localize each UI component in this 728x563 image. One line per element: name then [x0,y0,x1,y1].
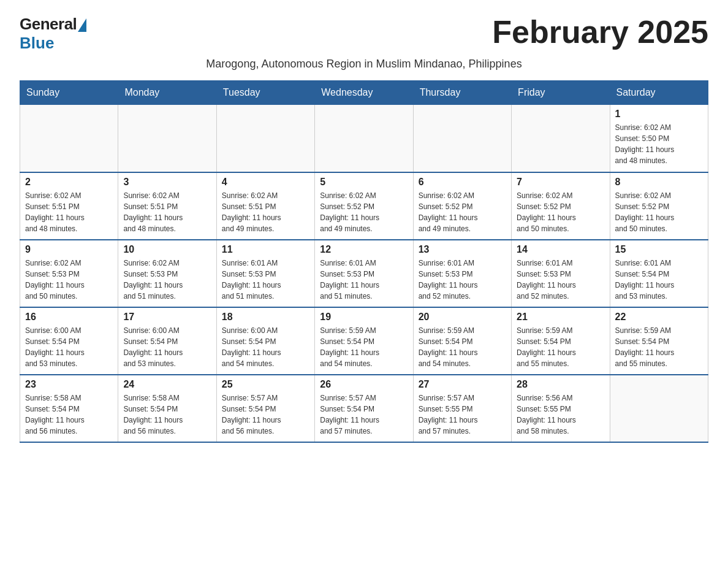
day-info: Sunrise: 6:02 AM Sunset: 5:53 PM Dayligh… [25,258,113,302]
day-number: 18 [222,312,309,323]
calendar-cell-w1-d5 [413,105,511,172]
calendar-cell-w5-d3: 25Sunrise: 5:57 AM Sunset: 5:54 PM Dayli… [216,375,314,442]
calendar-cell-w1-d7: 1Sunrise: 6:02 AM Sunset: 5:50 PM Daylig… [610,105,708,172]
day-info: Sunrise: 6:01 AM Sunset: 5:53 PM Dayligh… [419,258,506,302]
calendar-cell-w5-d4: 26Sunrise: 5:57 AM Sunset: 5:54 PM Dayli… [315,375,413,442]
day-info: Sunrise: 6:02 AM Sunset: 5:51 PM Dayligh… [25,190,113,234]
header-monday: Monday [118,81,216,105]
day-info: Sunrise: 6:02 AM Sunset: 5:53 PM Dayligh… [123,258,211,302]
day-number: 10 [123,244,211,255]
calendar-cell-w3-d3: 11Sunrise: 6:01 AM Sunset: 5:53 PM Dayli… [216,240,314,307]
page-title: February 2025 [492,15,708,50]
calendar-header: SundayMondayTuesdayWednesdayThursdayFrid… [20,81,708,105]
day-number: 2 [25,177,113,188]
day-info: Sunrise: 5:56 AM Sunset: 5:55 PM Dayligh… [517,393,604,437]
calendar-cell-w3-d4: 12Sunrise: 6:01 AM Sunset: 5:53 PM Dayli… [315,240,413,307]
logo-blue-text: Blue [20,34,54,53]
logo-triangle-icon [78,18,86,32]
header-friday: Friday [512,81,610,105]
calendar-body: 1Sunrise: 6:02 AM Sunset: 5:50 PM Daylig… [20,105,708,442]
day-number: 9 [25,244,113,255]
day-info: Sunrise: 5:57 AM Sunset: 5:54 PM Dayligh… [222,393,309,437]
calendar-cell-w5-d1: 23Sunrise: 5:58 AM Sunset: 5:54 PM Dayli… [20,375,118,442]
day-number: 26 [320,379,408,390]
subtitle: Marogong, Autonomous Region in Muslim Mi… [20,58,708,71]
day-number: 19 [320,312,408,323]
header-wednesday: Wednesday [315,81,413,105]
logo: General Blue [20,15,86,53]
calendar-cell-w2-d2: 3Sunrise: 6:02 AM Sunset: 5:51 PM Daylig… [118,172,216,240]
day-number: 14 [517,244,604,255]
day-number: 1 [615,109,703,120]
day-number: 20 [419,312,506,323]
day-number: 21 [517,312,604,323]
calendar-cell-w4-d3: 18Sunrise: 6:00 AM Sunset: 5:54 PM Dayli… [216,307,314,375]
day-number: 7 [517,177,604,188]
calendar-cell-w5-d6: 28Sunrise: 5:56 AM Sunset: 5:55 PM Dayli… [512,375,610,442]
day-number: 24 [123,379,211,390]
calendar-cell-w4-d4: 19Sunrise: 5:59 AM Sunset: 5:54 PM Dayli… [315,307,413,375]
day-number: 17 [123,312,211,323]
calendar-cell-w3-d5: 13Sunrise: 6:01 AM Sunset: 5:53 PM Dayli… [413,240,511,307]
header-sunday: Sunday [20,81,118,105]
day-info: Sunrise: 6:01 AM Sunset: 5:53 PM Dayligh… [517,258,604,302]
day-info: Sunrise: 6:02 AM Sunset: 5:52 PM Dayligh… [320,190,408,234]
day-info: Sunrise: 6:00 AM Sunset: 5:54 PM Dayligh… [25,325,113,369]
day-info: Sunrise: 6:02 AM Sunset: 5:52 PM Dayligh… [419,190,506,234]
calendar-cell-w2-d6: 7Sunrise: 6:02 AM Sunset: 5:52 PM Daylig… [512,172,610,240]
calendar-cell-w3-d2: 10Sunrise: 6:02 AM Sunset: 5:53 PM Dayli… [118,240,216,307]
calendar-cell-w2-d5: 6Sunrise: 6:02 AM Sunset: 5:52 PM Daylig… [413,172,511,240]
day-number: 5 [320,177,408,188]
day-number: 23 [25,379,113,390]
day-info: Sunrise: 5:59 AM Sunset: 5:54 PM Dayligh… [517,325,604,369]
day-number: 8 [615,177,703,188]
calendar-cell-w5-d2: 24Sunrise: 5:58 AM Sunset: 5:54 PM Dayli… [118,375,216,442]
day-number: 3 [123,177,211,188]
calendar-cell-w3-d6: 14Sunrise: 6:01 AM Sunset: 5:53 PM Dayli… [512,240,610,307]
calendar-cell-w1-d2 [118,105,216,172]
header-tuesday: Tuesday [216,81,314,105]
day-number: 15 [615,244,703,255]
calendar-cell-w2-d1: 2Sunrise: 6:02 AM Sunset: 5:51 PM Daylig… [20,172,118,240]
day-number: 12 [320,244,408,255]
day-number: 6 [419,177,506,188]
calendar-cell-w3-d1: 9Sunrise: 6:02 AM Sunset: 5:53 PM Daylig… [20,240,118,307]
week-row-3: 9Sunrise: 6:02 AM Sunset: 5:53 PM Daylig… [20,240,708,307]
day-info: Sunrise: 5:57 AM Sunset: 5:55 PM Dayligh… [419,393,506,437]
header-thursday: Thursday [413,81,511,105]
day-number: 27 [419,379,506,390]
day-number: 4 [222,177,309,188]
day-info: Sunrise: 6:02 AM Sunset: 5:51 PM Dayligh… [222,190,309,234]
day-info: Sunrise: 6:01 AM Sunset: 5:53 PM Dayligh… [222,258,309,302]
day-info: Sunrise: 5:57 AM Sunset: 5:54 PM Dayligh… [320,393,408,437]
day-number: 25 [222,379,309,390]
day-number: 28 [517,379,604,390]
calendar-cell-w5-d5: 27Sunrise: 5:57 AM Sunset: 5:55 PM Dayli… [413,375,511,442]
week-row-2: 2Sunrise: 6:02 AM Sunset: 5:51 PM Daylig… [20,172,708,240]
day-info: Sunrise: 6:02 AM Sunset: 5:51 PM Dayligh… [123,190,211,234]
day-info: Sunrise: 6:01 AM Sunset: 5:54 PM Dayligh… [615,258,703,302]
day-number: 16 [25,312,113,323]
day-number: 22 [615,312,703,323]
day-info: Sunrise: 6:01 AM Sunset: 5:53 PM Dayligh… [320,258,408,302]
day-info: Sunrise: 6:00 AM Sunset: 5:54 PM Dayligh… [222,325,309,369]
calendar-table: SundayMondayTuesdayWednesdayThursdayFrid… [20,80,708,443]
calendar-cell-w2-d7: 8Sunrise: 6:02 AM Sunset: 5:52 PM Daylig… [610,172,708,240]
calendar-cell-w1-d1 [20,105,118,172]
calendar-cell-w4-d6: 21Sunrise: 5:59 AM Sunset: 5:54 PM Dayli… [512,307,610,375]
day-info: Sunrise: 6:02 AM Sunset: 5:50 PM Dayligh… [615,122,703,166]
week-row-4: 16Sunrise: 6:00 AM Sunset: 5:54 PM Dayli… [20,307,708,375]
day-info: Sunrise: 6:00 AM Sunset: 5:54 PM Dayligh… [123,325,211,369]
calendar-cell-w4-d7: 22Sunrise: 5:59 AM Sunset: 5:54 PM Dayli… [610,307,708,375]
header-saturday: Saturday [610,81,708,105]
calendar-cell-w4-d1: 16Sunrise: 6:00 AM Sunset: 5:54 PM Dayli… [20,307,118,375]
calendar-cell-w2-d4: 5Sunrise: 6:02 AM Sunset: 5:52 PM Daylig… [315,172,413,240]
calendar-cell-w5-d7 [610,375,708,442]
calendar-cell-w4-d2: 17Sunrise: 6:00 AM Sunset: 5:54 PM Dayli… [118,307,216,375]
day-info: Sunrise: 5:59 AM Sunset: 5:54 PM Dayligh… [419,325,506,369]
week-row-1: 1Sunrise: 6:02 AM Sunset: 5:50 PM Daylig… [20,105,708,172]
page-header: General Blue February 2025 [20,15,708,53]
calendar-cell-w2-d3: 4Sunrise: 6:02 AM Sunset: 5:51 PM Daylig… [216,172,314,240]
calendar-cell-w3-d7: 15Sunrise: 6:01 AM Sunset: 5:54 PM Dayli… [610,240,708,307]
day-info: Sunrise: 5:58 AM Sunset: 5:54 PM Dayligh… [25,393,113,437]
